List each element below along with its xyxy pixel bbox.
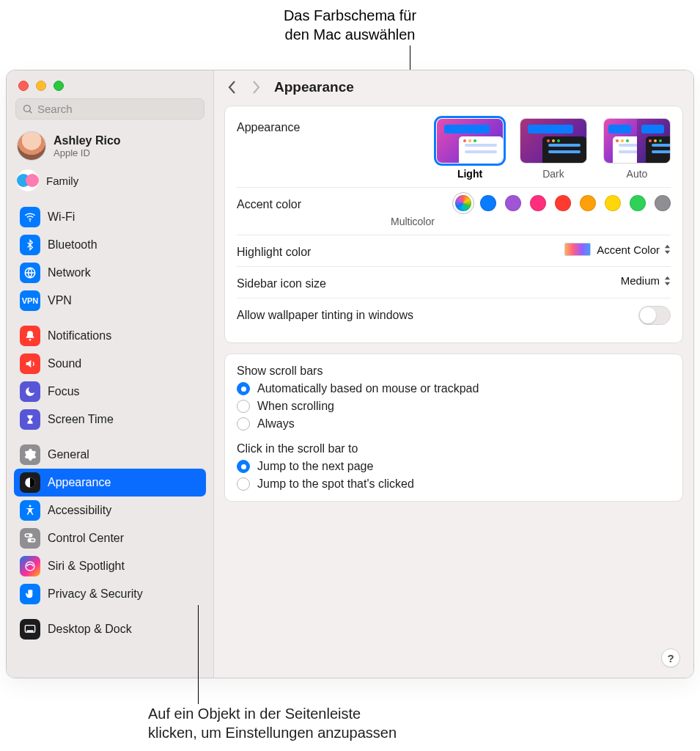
scrollbars-option[interactable]: Always <box>237 417 671 431</box>
main-header: Appearance <box>214 70 693 106</box>
accent-swatch[interactable] <box>605 195 621 211</box>
accent-swatch[interactable] <box>580 195 596 211</box>
appearance-thumb-dark <box>520 118 587 164</box>
clickbar-option[interactable]: Jump to the next page <box>237 460 671 473</box>
accent-swatch[interactable] <box>505 195 521 211</box>
fullscreen-button[interactable] <box>54 81 64 91</box>
accent-swatch[interactable] <box>655 195 671 211</box>
settings-window: Search Ashley Rico Apple ID Family Wi-Fi… <box>6 70 694 678</box>
sidebar-item-general[interactable]: General <box>14 441 206 469</box>
accent-swatch[interactable] <box>555 195 571 211</box>
sidebar-item-label: General <box>48 448 89 461</box>
forward-button[interactable] <box>251 80 261 95</box>
radio-label: Jump to the next page <box>257 460 373 473</box>
accent-swatch[interactable] <box>455 195 471 211</box>
sidebar-group-alerts: NotificationsSoundFocusScreen Time <box>7 318 213 436</box>
accent-sublabel: Multicolor <box>391 216 671 227</box>
accent-swatch[interactable] <box>530 195 546 211</box>
svg-rect-13 <box>26 630 33 631</box>
back-button[interactable] <box>227 80 237 95</box>
clickbar-options: Jump to the next pageJump to the spot th… <box>237 460 671 491</box>
switches-icon <box>20 528 40 549</box>
annotation-bottom-leader <box>198 605 199 704</box>
sidebar-item-privacy-security[interactable]: Privacy & Security <box>14 580 206 608</box>
search-icon <box>22 103 33 114</box>
sidebar-item-appearance[interactable]: Appearance <box>14 469 206 497</box>
sidebar-item-sound[interactable]: Sound <box>14 350 206 378</box>
accent-label: Accent color <box>237 195 391 211</box>
appearance-option-dark[interactable]: Dark <box>520 118 587 180</box>
sidebar-item-label: Network <box>48 266 91 279</box>
minimize-button[interactable] <box>36 81 46 91</box>
hand-icon <box>20 584 40 604</box>
sidebar-item-accessibility[interactable]: Accessibility <box>14 497 206 524</box>
highlight-value: Accent Color <box>597 243 660 256</box>
annotation-top: Das Farbschema für den Mac auswählen <box>0 6 700 44</box>
sidebar-item-label: Bluetooth <box>48 238 97 252</box>
sidebar-item-label: Sound <box>48 357 81 370</box>
help-button[interactable]: ? <box>661 648 680 667</box>
sidebar-item-bluetooth[interactable]: Bluetooth <box>14 231 206 259</box>
main-pane: Appearance Appearance Light <box>214 70 693 678</box>
search-input[interactable]: Search <box>15 98 205 120</box>
account-name: Ashley Rico <box>54 133 121 147</box>
svg-point-8 <box>29 535 32 537</box>
clickbar-option[interactable]: Jump to the spot that's clicked <box>237 477 671 491</box>
avatar <box>17 131 46 161</box>
sidebar-item-wi-fi[interactable]: Wi-Fi <box>14 203 206 231</box>
radio-button <box>237 417 250 431</box>
radio-label: When scrolling <box>257 400 334 413</box>
appearance-option-label: Dark <box>542 168 564 180</box>
radio-label: Automatically based on mouse or trackpad <box>257 382 479 395</box>
radio-button <box>237 400 250 413</box>
clickbar-heading: Click in the scroll bar to <box>237 442 671 455</box>
sidebar-item-control-center[interactable]: Control Center <box>14 524 206 552</box>
sidebar-account[interactable]: Ashley Rico Apple ID <box>7 127 213 165</box>
sidebar-item-network[interactable]: Network <box>14 259 206 287</box>
svg-point-10 <box>29 539 31 541</box>
sidebar: Search Ashley Rico Apple ID Family Wi-Fi… <box>7 70 214 678</box>
appearance-option-auto[interactable]: Auto <box>603 118 671 180</box>
sidebar-item-screen-time[interactable]: Screen Time <box>14 406 206 433</box>
sidebar-item-siri-spotlight[interactable]: Siri & Spotlight <box>14 552 206 580</box>
sidebar-group-desktop: Desktop & Dock <box>7 611 213 646</box>
bell-icon <box>20 326 40 346</box>
iconsize-select[interactable]: Medium <box>621 274 671 287</box>
clickbar-group: Click in the scroll bar to Jump to the n… <box>237 442 671 491</box>
annotation-bottom-text: Auf ein Objekt in der Seitenleiste klick… <box>148 706 397 741</box>
speaker-icon <box>20 353 40 374</box>
sidebar-family[interactable]: Family <box>7 165 213 199</box>
window-controls <box>7 70 213 98</box>
scrollbars-option[interactable]: When scrolling <box>237 400 671 413</box>
bluetooth-icon <box>20 235 40 255</box>
wifi-icon <box>20 207 40 227</box>
sidebar-item-label: Accessibility <box>48 504 111 517</box>
appearance-label: Appearance <box>237 118 391 134</box>
highlight-label: Highlight color <box>237 243 391 259</box>
highlight-preview <box>564 243 591 256</box>
close-button[interactable] <box>18 81 29 91</box>
radio-label: Always <box>257 417 295 431</box>
sidebar-item-label: Appearance <box>48 476 111 489</box>
sidebar-item-label: Focus <box>48 385 80 398</box>
sidebar-item-notifications[interactable]: Notifications <box>14 322 206 350</box>
svg-line-1 <box>29 111 32 113</box>
appearance-option-light[interactable]: Light <box>436 118 504 180</box>
accent-swatches <box>391 195 671 211</box>
accent-swatch[interactable] <box>480 195 496 211</box>
sidebar-item-label: Screen Time <box>48 413 114 426</box>
scrollbars-option[interactable]: Automatically based on mouse or trackpad <box>237 382 671 395</box>
vpn-icon: VPN <box>20 290 40 311</box>
wallpaper-label: Allow wallpaper tinting in windows <box>237 306 413 322</box>
sidebar-item-label: Wi-Fi <box>48 210 75 224</box>
hourglass-icon <box>20 409 40 430</box>
sidebar-item-vpn[interactable]: VPNVPN <box>14 287 206 315</box>
svg-point-4 <box>29 339 32 341</box>
globe-icon <box>20 263 40 283</box>
wallpaper-toggle[interactable] <box>638 306 671 325</box>
accent-swatch[interactable] <box>630 195 646 211</box>
highlight-select[interactable]: Accent Color <box>597 243 671 256</box>
sidebar-item-focus[interactable]: Focus <box>14 378 206 406</box>
sidebar-item-desktop-dock[interactable]: Desktop & Dock <box>14 615 206 643</box>
account-sub: Apple ID <box>54 147 121 159</box>
